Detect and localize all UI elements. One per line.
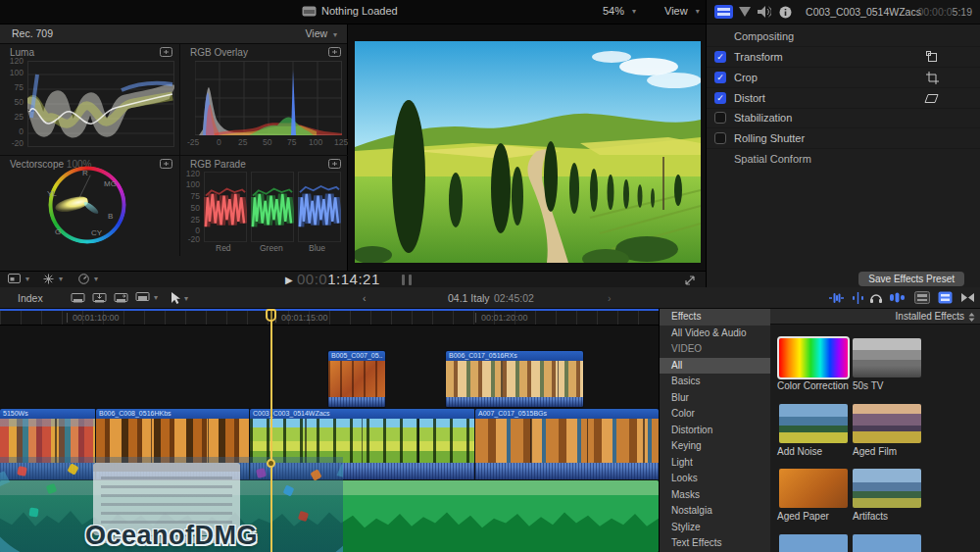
category-light[interactable]: Light: [660, 455, 770, 472]
color-inspector-tab-icon[interactable]: [739, 7, 751, 17]
category-video-section[interactable]: VIDEO: [660, 341, 770, 358]
append-clip-icon[interactable]: [114, 292, 129, 304]
effect-color-correction[interactable]: [779, 338, 848, 377]
audio-inspector-tab-icon[interactable]: [758, 6, 771, 18]
playhead[interactable]: [270, 309, 272, 552]
transform-effect-row[interactable]: ✓ Transform: [707, 47, 980, 68]
fcp-window: Nothing Loaded 54%▾ View▾ Rec. 709 View …: [0, 0, 980, 552]
timeline-ruler[interactable]: 00:01:10:00 00:01:15:00 00:01:20:00: [0, 309, 659, 326]
effect-add-noise[interactable]: [779, 404, 848, 443]
distort-effect-row[interactable]: ✓ Distort: [707, 88, 980, 109]
index-button[interactable]: Index: [18, 292, 43, 304]
crop-effect-row[interactable]: ✓ Crop: [707, 68, 980, 88]
category-color[interactable]: Color: [660, 406, 770, 423]
display-icon[interactable]: [160, 47, 172, 57]
category-all-video-audio[interactable]: All Video & Audio: [660, 326, 770, 342]
category-text-effects[interactable]: Text Effects: [660, 535, 770, 552]
solo-icon[interactable]: [889, 292, 906, 303]
fullscreen-icon[interactable]: [684, 275, 696, 286]
primary-clip[interactable]: A007_C017_0515BGs: [475, 409, 659, 480]
effect-artifacts[interactable]: [853, 469, 921, 508]
play-button[interactable]: ▶: [285, 275, 293, 285]
next-project-button[interactable]: ›: [608, 292, 612, 304]
distort-checkbox[interactable]: ✓: [714, 92, 726, 104]
crop-checkbox[interactable]: ✓: [714, 72, 726, 83]
compositing-section-row[interactable]: Compositing: [707, 26, 980, 47]
window-content: [101, 477, 232, 526]
scopes-view-menu[interactable]: View ▾: [305, 27, 337, 39]
clip-audio-waveform: [328, 397, 385, 407]
color-space-label: Rec. 709: [12, 27, 53, 39]
spatial-conform-section-row[interactable]: Spatial Conform: [707, 149, 980, 170]
transform-checkbox[interactable]: ✓: [714, 51, 726, 63]
effect-name: Aged Film: [853, 446, 897, 457]
distort-icon[interactable]: [924, 92, 939, 105]
video-inspector-tab-icon[interactable]: [714, 5, 733, 19]
luma-tick: 75: [2, 82, 24, 92]
playhead-handle[interactable]: [266, 309, 276, 322]
inspector-panel: C003_C003_0514WZacs 00:00:05:19 Composit…: [706, 0, 980, 287]
effect-tile-partial[interactable]: [779, 534, 848, 552]
stabilization-effect-row[interactable]: Stabilization: [707, 108, 980, 128]
category-basics[interactable]: Basics: [660, 374, 770, 390]
overlay-tick: 100: [309, 137, 322, 147]
effect-aged-paper[interactable]: [779, 469, 848, 508]
video-preview[interactable]: [355, 41, 701, 263]
clip-filmstrip: [446, 361, 583, 397]
trim-audio-icon[interactable]: [828, 292, 845, 304]
category-looks[interactable]: Looks: [660, 471, 770, 487]
effect-50s-tv[interactable]: [853, 338, 921, 377]
info-inspector-tab-icon[interactable]: [779, 6, 792, 19]
audio-meter-bar[interactable]: [402, 275, 405, 285]
viewer-view-menu[interactable]: View▾: [664, 5, 700, 17]
category-all[interactable]: All: [660, 358, 770, 375]
luma-waveform-chart: [27, 61, 174, 147]
connect-clip-icon[interactable]: [71, 292, 86, 304]
connected-clip[interactable]: B005_C007_05..: [328, 351, 385, 407]
scope-options-menu[interactable]: ▾: [43, 274, 63, 284]
stabilization-checkbox[interactable]: [714, 112, 726, 124]
transitions-browser-icon[interactable]: [960, 292, 975, 303]
gauge-icon: [78, 274, 89, 284]
overwrite-clip-menu[interactable]: ▾: [135, 291, 158, 303]
category-stylize[interactable]: Stylize: [660, 520, 770, 536]
category-blur[interactable]: Blur: [660, 390, 770, 407]
insert-clip-icon[interactable]: [92, 292, 108, 304]
scope-brightness-menu[interactable]: ▾: [78, 274, 98, 284]
category-nostalgia[interactable]: Nostalgia: [660, 503, 770, 520]
clip-appearance-icon[interactable]: [914, 291, 930, 304]
transform-icon[interactable]: [926, 51, 939, 64]
stepper-icon[interactable]: [968, 313, 975, 322]
rolling-shutter-effect-row[interactable]: Rolling Shutter: [707, 128, 980, 149]
category-masks[interactable]: Masks: [660, 487, 770, 504]
rolling-shutter-checkbox[interactable]: [714, 132, 726, 144]
clip-filmstrip: [328, 361, 385, 397]
display-icon[interactable]: [160, 159, 172, 169]
display-icon[interactable]: [328, 159, 341, 169]
effect-tile-partial[interactable]: [853, 534, 921, 552]
chevron-down-icon: ▾: [333, 30, 337, 39]
category-keying[interactable]: Keying: [660, 438, 770, 455]
display-icon[interactable]: [328, 47, 341, 57]
scope-display-menu[interactable]: ▾: [8, 274, 29, 283]
parade-tick: 75: [178, 191, 200, 201]
filmstrip-frame-separators: [446, 361, 583, 397]
category-effects[interactable]: Effects: [660, 309, 770, 326]
audio-meter-bar[interactable]: [409, 275, 412, 285]
save-effects-preset-button[interactable]: Save Effects Preset: [858, 272, 964, 286]
tool-menu[interactable]: ▾: [169, 291, 188, 305]
effects-browser-toggle-icon[interactable]: [938, 291, 953, 304]
viewer-zoom-menu[interactable]: 54%▾: [603, 5, 636, 17]
watermark-text: OceanofDMG: [0, 521, 343, 551]
category-distortion[interactable]: Distortion: [660, 423, 770, 439]
skimming-icon[interactable]: [852, 292, 864, 304]
crop-icon[interactable]: [926, 72, 939, 84]
installed-effects-menu[interactable]: Installed Effects: [896, 311, 964, 322]
prev-project-button[interactable]: ‹: [363, 292, 367, 304]
connected-clip[interactable]: B006_C017_0516RXs: [446, 351, 583, 407]
parade-tick: -20: [178, 234, 200, 244]
audio-skimming-icon[interactable]: [869, 291, 883, 304]
chevron-down-icon: ▾: [632, 7, 636, 16]
project-title[interactable]: 04.1 Italy: [448, 292, 490, 304]
effect-aged-film[interactable]: [853, 404, 921, 443]
